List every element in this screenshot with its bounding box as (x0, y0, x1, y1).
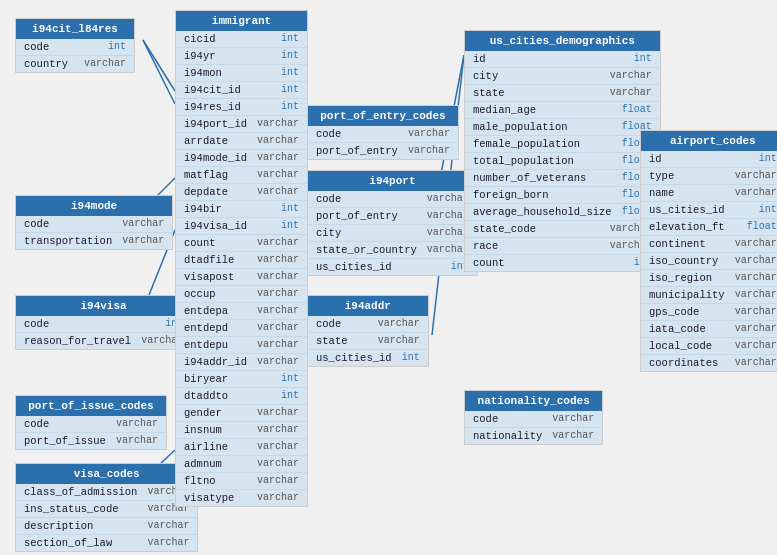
column-type: varchar (735, 255, 777, 267)
table-header-i94port: i94port (308, 171, 477, 191)
table-header-i94addr: i94addr (308, 296, 428, 316)
table-row: gps_codevarchar (641, 304, 777, 321)
table-row: countint (465, 255, 660, 271)
column-name: transportation (24, 235, 112, 247)
table-row: state_or_countryvarchar (308, 242, 477, 259)
table-row: reason_for_travelvarchar (16, 333, 191, 349)
column-name: nationality (473, 430, 542, 442)
table-row: entdepuvarchar (176, 337, 307, 354)
column-type: varchar (257, 288, 299, 300)
column-name: code (473, 413, 498, 425)
column-type: varchar (257, 186, 299, 198)
column-name: iso_country (649, 255, 718, 267)
table-row: countryvarchar (16, 56, 134, 72)
column-type: int (402, 352, 420, 364)
column-name: description (24, 520, 93, 532)
column-type: float (622, 104, 652, 116)
table-row: iso_regionvarchar (641, 270, 777, 287)
column-name: entdepu (184, 339, 228, 351)
column-name: gps_code (649, 306, 699, 318)
column-name: i94mode_id (184, 152, 247, 164)
table-row: occupvarchar (176, 286, 307, 303)
table-row: codeint (16, 316, 191, 333)
column-type: int (759, 153, 777, 165)
table-row: i94cit_idint (176, 82, 307, 99)
column-name: us_cities_id (649, 204, 725, 216)
column-name: male_population (473, 121, 568, 133)
column-name: port_of_entry (316, 210, 398, 222)
table-row: codevarchar (308, 316, 428, 333)
column-type: varchar (147, 520, 189, 532)
table-row: racevarchar (465, 238, 660, 255)
table-row: insnumvarchar (176, 422, 307, 439)
column-name: class_of_admission (24, 486, 137, 498)
table-row: cityvarchar (308, 225, 477, 242)
erd-canvas: i94cit_l84rescodeintcountryvarchari94mod… (0, 0, 777, 555)
column-name: code (24, 41, 49, 53)
column-name: count (184, 237, 216, 249)
table-i94cit_i84res: i94cit_l84rescodeintcountryvarchar (15, 18, 135, 73)
column-type: varchar (257, 339, 299, 351)
table-row: entdepavarchar (176, 303, 307, 320)
table-us_cities_demographics: us_cities_demographicsidintcityvarcharst… (464, 30, 661, 272)
column-name: i94yr (184, 50, 216, 62)
column-type: int (281, 220, 299, 232)
column-name: biryear (184, 373, 228, 385)
column-type: varchar (735, 170, 777, 182)
column-type: int (281, 101, 299, 113)
column-type: varchar (735, 323, 777, 335)
table-i94addr: i94addrcodevarcharstatevarcharus_cities_… (307, 295, 429, 367)
column-name: us_cities_id (316, 352, 392, 364)
table-row: nationalityvarchar (465, 428, 602, 444)
table-header-us_cities_demographics: us_cities_demographics (465, 31, 660, 51)
table-row: continentvarchar (641, 236, 777, 253)
table-row: idint (641, 151, 777, 168)
column-type: varchar (257, 322, 299, 334)
column-name: code (24, 218, 49, 230)
table-row: arrdatevarchar (176, 133, 307, 150)
table-nationality_codes: nationality_codescodevarcharnationalityv… (464, 390, 603, 445)
column-type: varchar (610, 87, 652, 99)
column-type: varchar (552, 430, 594, 442)
table-row: i94visa_idint (176, 218, 307, 235)
column-type: varchar (610, 70, 652, 82)
table-row: us_cities_idint (308, 259, 477, 275)
table-row: dtaddtoint (176, 388, 307, 405)
column-name: entdepd (184, 322, 228, 334)
table-row: average_household_sizefloat (465, 204, 660, 221)
column-type: varchar (735, 357, 777, 369)
table-row: i94port_idvarchar (176, 116, 307, 133)
column-type: int (281, 373, 299, 385)
table-row: female_populationfloat (465, 136, 660, 153)
column-name: female_population (473, 138, 580, 150)
table-i94visa: i94visacodeintreason_for_travelvarchar (15, 295, 192, 350)
table-row: state_codevarchar (465, 221, 660, 238)
column-type: varchar (735, 340, 777, 352)
table-row: codevarchar (16, 416, 166, 433)
table-row: idint (465, 51, 660, 68)
table-i94port: i94portcodevarcharport_of_entryvarcharci… (307, 170, 478, 276)
table-row: codeint (16, 39, 134, 56)
column-name: cicid (184, 33, 216, 45)
table-header-immigrant: immigrant (176, 11, 307, 31)
column-name: local_code (649, 340, 712, 352)
table-row: visatypevarchar (176, 490, 307, 506)
column-name: i94cit_id (184, 84, 241, 96)
column-name: state (316, 335, 348, 347)
column-type: varchar (378, 335, 420, 347)
column-type: float (747, 221, 777, 233)
column-type: varchar (735, 272, 777, 284)
table-row: codevarchar (16, 216, 172, 233)
table-header-airport_codes: airport_codes (641, 131, 777, 151)
table-row: i94yrint (176, 48, 307, 65)
table-row: entdepdvarchar (176, 320, 307, 337)
column-name: admnum (184, 458, 222, 470)
table-row: total_populationfloat (465, 153, 660, 170)
column-name: port_of_entry (316, 145, 398, 157)
column-type: varchar (122, 218, 164, 230)
column-type: int (281, 390, 299, 402)
column-type: varchar (116, 435, 158, 447)
table-row: local_codevarchar (641, 338, 777, 355)
table-header-visa_codes: visa_codes (16, 464, 197, 484)
table-row: cicidint (176, 31, 307, 48)
